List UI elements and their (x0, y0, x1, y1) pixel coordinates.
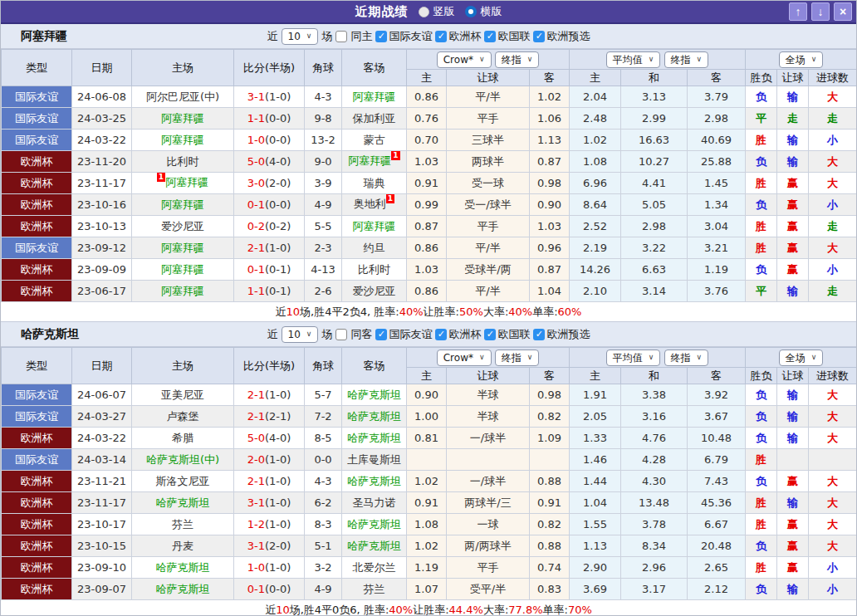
handicap-home-odds: 1.07 (407, 579, 447, 600)
team-name-text: 芬兰 (172, 518, 193, 530)
date-cell: 23-10-13 (72, 216, 132, 237)
corner-cell: 3-2 (305, 557, 342, 579)
result-handicap-cell: 输 (777, 492, 809, 514)
col-avg-away: 客 (688, 368, 746, 384)
table-row: 欧洲杯23-06-17阿塞拜疆1-1(0-1)2-6爱沙尼亚0.86平/半1.0… (2, 281, 857, 302)
score-cell: 3-1(1-0) (234, 86, 305, 108)
result-goals-cell: 大 (809, 173, 857, 194)
result-handicap-cell: 输 (777, 579, 809, 600)
result-handicap-cell: 赢 (777, 557, 809, 579)
result-handicap-cell: 赢 (777, 194, 809, 216)
league-filter-国际友谊[interactable]: ✓国际友谊 (375, 29, 432, 44)
score-cell: 1-0(1-0) (234, 557, 305, 579)
same-away-checkbox[interactable] (335, 329, 347, 340)
handicap-line: 受一/球半 (447, 194, 530, 216)
same-home-checkbox[interactable] (335, 31, 347, 42)
league-checkbox-checked[interactable]: ✓ (435, 31, 447, 42)
games-count-select[interactable]: 10 ∨ (282, 28, 319, 45)
league-checkbox-checked[interactable]: ✓ (484, 31, 496, 42)
full-time-score: 0-2 (247, 220, 265, 232)
summary-text: 让胜率: (413, 603, 448, 616)
handicap-away-odds: 0.91 (530, 492, 570, 514)
team-name-text: 阿塞拜疆 (161, 112, 204, 125)
table-row: 欧洲杯23-10-17芬兰1-2(1-0)8-3哈萨克斯坦1.08一球0.821… (2, 514, 857, 535)
chevron-down-icon: ∨ (649, 354, 654, 361)
league-filter-欧洲预选[interactable]: ✓欧洲预选 (533, 29, 590, 44)
bookmaker-select[interactable]: Crow*∨ (437, 350, 492, 366)
avg-away-odds: 2.12 (688, 579, 746, 600)
match-type-cell: 欧洲杯 (2, 151, 72, 173)
layout-horizontal-radio[interactable]: 横版 (465, 4, 502, 19)
summary-text: 单率: (543, 603, 568, 616)
league-filter-欧洲杯[interactable]: ✓欧洲杯 (435, 29, 481, 44)
away-team-cell: 圣马力诺 (342, 492, 407, 514)
avg-away-odds: 3.04 (688, 216, 746, 237)
average-group-header: 平均值∨ 终指∨ (570, 348, 746, 368)
team-name-text: 北爱尔兰 (353, 561, 396, 574)
avg-home-odds: 1.33 (570, 428, 621, 449)
league-checkbox-checked[interactable]: ✓ (533, 31, 545, 42)
avg-away-odds: 10.48 (688, 428, 746, 449)
games-count-select[interactable]: 10 ∨ (282, 326, 319, 343)
team-name-text: 卢森堡 (167, 410, 199, 423)
league-filter-欧国联[interactable]: ✓欧国联 (484, 327, 530, 342)
handicap-away-odds: 0.96 (530, 237, 570, 259)
col-odds-home: 主 (407, 70, 447, 86)
match-type-cell: 国际友谊 (2, 384, 72, 406)
avg-away-odds: 3.92 (688, 384, 746, 406)
league-filter-欧洲预选[interactable]: ✓欧洲预选 (533, 327, 590, 342)
table-row: 国际友谊24-03-14哈萨克斯坦(中)2-0(1-0)0-0土库曼斯坦1.46… (2, 449, 857, 471)
result-wdl-cell: 胜 (746, 492, 777, 514)
handicap-line: 两球半/三 (447, 492, 530, 514)
summary-text: 近 (276, 305, 286, 320)
league-checkbox-checked[interactable]: ✓ (375, 31, 387, 42)
final-odds-select[interactable]: 终指∨ (495, 350, 540, 366)
match-type-cell: 欧洲杯 (2, 259, 72, 281)
league-filter-欧国联[interactable]: ✓欧国联 (484, 29, 530, 44)
bookmaker-select[interactable]: Crow*∨ (437, 51, 492, 68)
result-group-header: 全场∨ (746, 348, 857, 368)
league-checkbox-checked[interactable]: ✓ (435, 329, 447, 340)
league-filter-欧洲杯[interactable]: ✓欧洲杯 (435, 327, 481, 342)
avg-draw-odds: 4.41 (621, 173, 688, 194)
final-odds-select-2[interactable]: 终指∨ (664, 51, 709, 68)
handicap-home-odds: 1.03 (407, 259, 447, 281)
away-team-cell: 瑞典 (342, 173, 407, 194)
handicap-line: 受平/半 (447, 579, 530, 600)
average-select[interactable]: 平均值∨ (606, 51, 661, 68)
result-wdl-cell: 胜 (746, 173, 777, 194)
handicap-away-odds: 0.82 (530, 406, 570, 428)
team-name-text: 斯洛文尼亚 (156, 475, 210, 487)
league-checkbox-checked[interactable]: ✓ (484, 329, 496, 340)
full-time-score: 1-2 (247, 518, 265, 530)
layout-vertical-radio[interactable]: 竖版 (419, 4, 455, 19)
team-name-text: 阿塞拜疆 (353, 220, 396, 232)
league-checkbox-checked[interactable]: ✓ (533, 329, 545, 340)
final-odds-select[interactable]: 终指∨ (495, 51, 540, 68)
result-goals-cell: 大 (809, 471, 857, 492)
col-odds-let: 让球 (447, 368, 530, 384)
full-match-select[interactable]: 全场∨ (779, 350, 824, 366)
date-cell: 23-11-17 (72, 173, 132, 194)
league-filter-国际友谊[interactable]: ✓国际友谊 (375, 327, 432, 342)
league-label: 欧国联 (497, 29, 530, 44)
half-time-score: (4-0) (265, 432, 291, 444)
full-match-select[interactable]: 全场∨ (779, 51, 824, 68)
corner-cell: 9-8 (305, 108, 342, 130)
summary-text: 场,胜4平0负6, 胜率: (290, 603, 389, 616)
handicap-home-odds: 1.02 (407, 471, 447, 492)
final-odds-select-2[interactable]: 终指∨ (664, 350, 709, 366)
scroll-down-button[interactable]: ↓ (811, 2, 830, 21)
date-cell: 24-06-08 (72, 86, 132, 108)
league-label: 欧洲预选 (546, 29, 590, 44)
handicap-away-odds: 0.90 (530, 194, 570, 216)
full-time-score: 1-0 (247, 561, 265, 574)
home-team-cell: 阿塞拜疆 (132, 259, 234, 281)
avg-home-odds: 1.55 (570, 514, 621, 535)
average-select[interactable]: 平均值∨ (606, 350, 661, 366)
close-button[interactable]: × (834, 2, 852, 21)
table-row: 欧洲杯23-09-10哈萨克斯坦1-0(1-0)3-2北爱尔兰1.19平手0.7… (2, 557, 857, 579)
avg-away-odds: 6.67 (688, 514, 746, 535)
league-checkbox-checked[interactable]: ✓ (375, 329, 387, 340)
scroll-up-button[interactable]: ↑ (789, 2, 807, 21)
